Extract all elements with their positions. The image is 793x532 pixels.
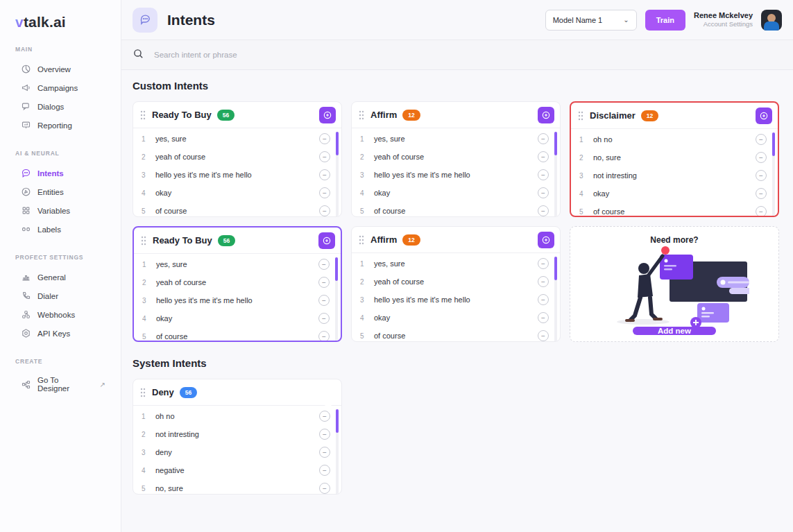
remove-phrase-button[interactable]: − bbox=[538, 169, 549, 180]
intent-card-title: Disclaimer bbox=[590, 110, 636, 121]
remove-phrase-button[interactable]: − bbox=[756, 170, 767, 181]
model-select[interactable]: Model Name 1 ⌄ bbox=[545, 10, 637, 31]
add-phrase-button[interactable] bbox=[318, 232, 335, 249]
search-bar bbox=[121, 40, 793, 70]
remove-phrase-button[interactable]: − bbox=[538, 330, 549, 341]
remove-phrase-button[interactable]: − bbox=[319, 429, 330, 440]
card-scrollbar-thumb[interactable] bbox=[336, 409, 339, 433]
phrase-row: 5 of course − bbox=[352, 327, 560, 342]
intent-count-badge: 56 bbox=[217, 110, 235, 121]
add-phrase-button[interactable] bbox=[319, 107, 336, 123]
sidebar-item-labels[interactable]: Labels bbox=[0, 220, 121, 239]
phrase-row: 1 yes, sure − bbox=[134, 255, 341, 273]
remove-phrase-button[interactable]: − bbox=[756, 188, 767, 199]
labels-icon bbox=[21, 224, 31, 234]
sidebar-item-reporting[interactable]: Reporting bbox=[0, 116, 121, 135]
remove-phrase-button[interactable]: − bbox=[318, 331, 330, 342]
phrase-text: yes, sure bbox=[156, 260, 318, 268]
phrase-text: hello yes it's me it's me hello bbox=[155, 171, 319, 179]
remove-phrase-button[interactable]: − bbox=[538, 187, 549, 198]
card-scrollbar-thumb[interactable] bbox=[554, 132, 557, 155]
phrase-row: 3 hello yes it's me it's me hello − bbox=[133, 166, 341, 184]
train-button[interactable]: Train bbox=[645, 10, 685, 31]
phone-icon bbox=[21, 291, 31, 301]
sidebar-item-entities[interactable]: Entities bbox=[0, 182, 121, 201]
phrase-number: 3 bbox=[142, 297, 156, 304]
need-more-title: Need more? bbox=[650, 235, 698, 245]
card-scrollbar-thumb[interactable] bbox=[772, 132, 775, 156]
add-phrase-button[interactable] bbox=[756, 108, 772, 124]
add-new-button[interactable]: Add new bbox=[633, 327, 716, 335]
account-settings[interactable]: Renee Mckelvey Account Settings bbox=[694, 11, 753, 29]
sidebar-item-go-to-designer[interactable]: Go To Designer ↗ bbox=[0, 372, 121, 397]
add-phrase-button[interactable] bbox=[538, 107, 554, 123]
remove-phrase-button[interactable]: − bbox=[319, 447, 330, 458]
system-intents-grid: Deny 56 1 oh no − 2 not intresting − 3 d… bbox=[133, 379, 779, 495]
sidebar-item-overview[interactable]: Overview bbox=[0, 60, 121, 78]
phrase-text: okay bbox=[593, 189, 756, 198]
phrase-number: 2 bbox=[579, 154, 593, 162]
phrase-row: 2 no, sure − bbox=[571, 148, 778, 166]
drag-handle-icon[interactable] bbox=[141, 236, 146, 246]
sidebar-item-dialer[interactable]: Dialer bbox=[0, 286, 121, 305]
sidebar-item-label: Go To Designer bbox=[37, 376, 92, 393]
remove-phrase-button[interactable]: − bbox=[756, 206, 767, 217]
remove-phrase-button[interactable]: − bbox=[319, 187, 330, 198]
remove-phrase-button[interactable]: − bbox=[319, 205, 330, 216]
remove-phrase-button[interactable]: − bbox=[319, 483, 330, 494]
phrase-number: 4 bbox=[142, 189, 155, 197]
remove-phrase-button[interactable]: − bbox=[318, 313, 330, 324]
phrase-text: yes, sure bbox=[155, 135, 319, 143]
sidebar-item-label: Webhooks bbox=[37, 311, 75, 319]
remove-phrase-button[interactable]: − bbox=[538, 312, 549, 323]
brand-logo-mark: v bbox=[15, 14, 24, 30]
sidebar-item-dialogs[interactable]: Dialogs bbox=[0, 97, 121, 116]
phrase-row: 4 okay − bbox=[352, 184, 560, 202]
intent-card: Disclaimer 12 1 oh no − 2 no, sure − 3 n… bbox=[570, 101, 779, 217]
intent-card-title: Affirm bbox=[370, 110, 397, 120]
drag-handle-icon[interactable] bbox=[359, 110, 364, 120]
phrase-row: 2 yeah of course − bbox=[133, 148, 341, 166]
card-scrollbar-thumb[interactable] bbox=[554, 257, 557, 280]
sidebar-section-label: AI & NEURAL bbox=[0, 150, 121, 157]
phrase-text: oh no bbox=[155, 412, 319, 420]
remove-phrase-button[interactable]: − bbox=[538, 258, 549, 269]
remove-phrase-button[interactable]: − bbox=[538, 133, 549, 144]
sidebar-item-variables[interactable]: Variables bbox=[0, 201, 121, 220]
card-scrollbar-thumb[interactable] bbox=[335, 257, 338, 281]
phrase-number: 5 bbox=[142, 485, 155, 492]
remove-phrase-button[interactable]: − bbox=[538, 294, 549, 305]
phrase-text: okay bbox=[374, 314, 538, 322]
drag-handle-icon[interactable] bbox=[578, 111, 583, 121]
avatar[interactable] bbox=[761, 10, 782, 31]
remove-phrase-button[interactable]: − bbox=[319, 169, 330, 180]
remove-phrase-button[interactable]: − bbox=[319, 151, 330, 162]
sidebar-item-api-keys[interactable]: API Keys bbox=[0, 324, 121, 343]
sidebar-item-webhooks[interactable]: Webhooks bbox=[0, 305, 121, 324]
remove-phrase-button[interactable]: − bbox=[538, 205, 549, 216]
remove-phrase-button[interactable]: − bbox=[538, 151, 549, 162]
remove-phrase-button[interactable]: − bbox=[756, 152, 767, 163]
phrase-text: no, sure bbox=[593, 153, 756, 162]
sidebar-item-campaigns[interactable]: Campaigns bbox=[0, 78, 121, 97]
search-input[interactable] bbox=[154, 51, 782, 59]
drag-handle-icon[interactable] bbox=[359, 235, 364, 245]
remove-phrase-button[interactable]: − bbox=[756, 134, 767, 145]
phrase-text: of course bbox=[155, 207, 319, 215]
sidebar-item-intents[interactable]: Intents bbox=[0, 164, 121, 182]
intent-card-title: Ready To Buy bbox=[153, 235, 212, 246]
phrase-row: 2 yeah of course − bbox=[352, 148, 560, 166]
remove-phrase-button[interactable]: − bbox=[318, 259, 330, 270]
remove-phrase-button[interactable]: − bbox=[318, 277, 330, 288]
drag-handle-icon[interactable] bbox=[140, 110, 146, 120]
card-scrollbar-thumb[interactable] bbox=[336, 132, 339, 155]
remove-phrase-button[interactable]: − bbox=[319, 465, 330, 476]
sidebar-item-general[interactable]: General bbox=[0, 268, 121, 286]
phrase-text: yeah of course bbox=[155, 153, 319, 161]
remove-phrase-button[interactable]: − bbox=[318, 295, 330, 306]
drag-handle-icon[interactable] bbox=[140, 388, 146, 397]
remove-phrase-button[interactable]: − bbox=[319, 133, 330, 144]
add-phrase-button[interactable] bbox=[538, 232, 554, 248]
remove-phrase-button[interactable]: − bbox=[319, 411, 330, 422]
remove-phrase-button[interactable]: − bbox=[538, 276, 549, 287]
